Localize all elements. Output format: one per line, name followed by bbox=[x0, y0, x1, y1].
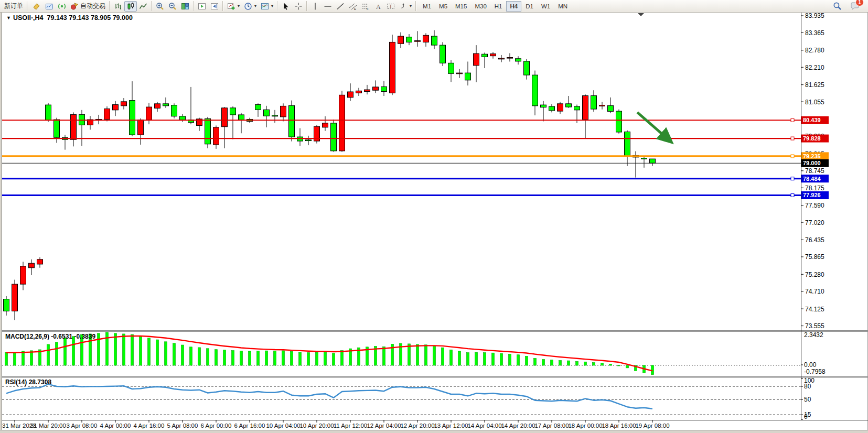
candle bbox=[339, 95, 345, 151]
toolbar-separator bbox=[109, 1, 110, 11]
notifications-button[interactable]: 1 bbox=[850, 2, 860, 10]
market-watch-icon bbox=[45, 2, 53, 10]
template-menu-button[interactable]: ▾ bbox=[259, 1, 275, 12]
line-handle[interactable] bbox=[791, 137, 794, 140]
candle bbox=[641, 158, 647, 159]
candle bbox=[558, 104, 563, 111]
candle bbox=[616, 111, 622, 132]
new-order-button[interactable]: 新订单 bbox=[2, 1, 25, 12]
bar-chart-mode-button[interactable] bbox=[112, 1, 124, 12]
dropdown-caret: ▾ bbox=[254, 4, 256, 8]
candle bbox=[524, 61, 530, 75]
crosshair-tool-button[interactable] bbox=[292, 1, 305, 12]
timeframe-h4[interactable]: H4 bbox=[506, 1, 521, 12]
text-label-tool-button[interactable]: T bbox=[384, 1, 397, 12]
bar-chart-icon bbox=[114, 2, 122, 10]
price-tick-label: 74.125 bbox=[805, 306, 824, 313]
candle bbox=[532, 75, 538, 106]
timeframe-w1[interactable]: W1 bbox=[538, 1, 554, 12]
candle bbox=[490, 54, 496, 56]
timeframe-d1[interactable]: D1 bbox=[522, 1, 537, 12]
text-icon: A bbox=[374, 2, 382, 10]
auto-scroll-icon bbox=[198, 2, 206, 10]
chart-shift-button[interactable] bbox=[208, 1, 221, 12]
candle bbox=[54, 120, 60, 137]
tile-windows-button[interactable] bbox=[179, 1, 191, 12]
timeframe-m15[interactable]: M15 bbox=[452, 1, 470, 12]
horizontal-line-tool-button[interactable] bbox=[322, 1, 334, 12]
dropdown-caret: ▾ bbox=[238, 4, 240, 8]
search-button[interactable] bbox=[831, 1, 844, 12]
candle bbox=[205, 118, 211, 144]
market-watch-button[interactable] bbox=[43, 1, 56, 12]
time-label: 12 Apr 04:00 bbox=[367, 423, 401, 429]
time-label: 13 Apr 12:00 bbox=[434, 423, 468, 429]
auto-trading-button[interactable]: 自动交易 bbox=[68, 1, 108, 12]
price-tick-label: 83.365 bbox=[805, 29, 824, 37]
cursor-tool-button[interactable] bbox=[280, 1, 292, 12]
time-label: 5 Apr 08:00 bbox=[167, 423, 198, 429]
fibonacci-tool-button[interactable]: F bbox=[359, 1, 372, 12]
time-label: 17 Apr 08:00 bbox=[534, 423, 569, 429]
arrows-tool-button[interactable]: ▾ bbox=[397, 1, 414, 12]
candle bbox=[583, 95, 588, 120]
trendline-tool-button[interactable] bbox=[334, 1, 347, 12]
candle bbox=[239, 115, 244, 120]
line-handle[interactable] bbox=[791, 118, 794, 122]
candlestick-mode-button[interactable] bbox=[124, 1, 137, 12]
candle bbox=[180, 116, 186, 120]
time-label: 11 Apr 12:00 bbox=[334, 423, 367, 429]
candle bbox=[398, 36, 404, 44]
chart-canvas[interactable]: 83.93583.36582.78082.21081.62581.05580.4… bbox=[0, 0, 868, 433]
price-tick-label: 82.780 bbox=[805, 47, 824, 54]
dropdown-caret: ▾ bbox=[271, 4, 273, 8]
tile-windows-icon bbox=[181, 2, 189, 10]
ohlc-dropdown-triangle[interactable]: ▼ bbox=[6, 15, 11, 20]
svg-text:79.000: 79.000 bbox=[803, 160, 821, 166]
candle bbox=[104, 109, 110, 120]
auto-scroll-button[interactable] bbox=[196, 1, 208, 12]
time-label: 18 Apr 00:00 bbox=[568, 423, 602, 429]
horizontal-line-icon bbox=[324, 2, 332, 10]
time-label: 10 Apr 20:00 bbox=[299, 423, 334, 429]
metaeditor-button[interactable] bbox=[30, 1, 43, 12]
candle bbox=[599, 105, 605, 106]
price-tick-label: 73.555 bbox=[805, 322, 824, 330]
svg-text:E: E bbox=[354, 7, 356, 10]
crosshair-icon bbox=[294, 2, 303, 10]
text-tool-button[interactable]: A bbox=[372, 1, 384, 12]
line-chart-mode-button[interactable] bbox=[137, 1, 149, 12]
zoom-in-button[interactable] bbox=[154, 1, 166, 12]
line-handle[interactable] bbox=[791, 193, 794, 197]
price-tick-label: 78.745 bbox=[805, 167, 824, 175]
channel-tool-button[interactable]: E bbox=[347, 1, 359, 12]
timeframe-m5[interactable]: M5 bbox=[435, 1, 451, 12]
time-label: 12 Apr 20:00 bbox=[400, 423, 434, 429]
candle bbox=[348, 92, 353, 98]
candle bbox=[465, 73, 471, 80]
new-order-label: 新订单 bbox=[4, 2, 23, 10]
time-label: 3 Apr 08:00 bbox=[67, 423, 98, 429]
toolbar-separator bbox=[415, 1, 416, 11]
price-tick-label: 74.710 bbox=[805, 288, 824, 295]
equidistant-channel-icon: E bbox=[349, 2, 357, 10]
candle bbox=[390, 42, 395, 93]
zoom-out-button[interactable] bbox=[166, 1, 179, 12]
vertical-line-tool-button[interactable] bbox=[309, 1, 322, 12]
signals-button[interactable] bbox=[56, 1, 68, 12]
line-handle[interactable] bbox=[791, 155, 794, 158]
candle bbox=[20, 266, 26, 284]
add-indicator-button[interactable]: ▾ bbox=[225, 1, 242, 12]
time-label: 31 Mar 20:00 bbox=[30, 423, 66, 429]
chart-title: ▼USOil-,H4 79.143 79.143 78.905 79.000 bbox=[6, 14, 133, 21]
timeframe-mn[interactable]: MN bbox=[554, 1, 571, 12]
timeframe-m30[interactable]: M30 bbox=[471, 1, 490, 12]
timeframe-m1[interactable]: M1 bbox=[419, 1, 435, 12]
candle bbox=[121, 102, 127, 106]
svg-text:78.484: 78.484 bbox=[803, 176, 821, 182]
period-menu-button[interactable]: ▾ bbox=[242, 1, 259, 12]
timeframe-h1[interactable]: H1 bbox=[491, 1, 506, 12]
clock-icon bbox=[244, 2, 252, 10]
line-handle[interactable] bbox=[791, 177, 794, 180]
line-chart-icon bbox=[139, 2, 147, 10]
